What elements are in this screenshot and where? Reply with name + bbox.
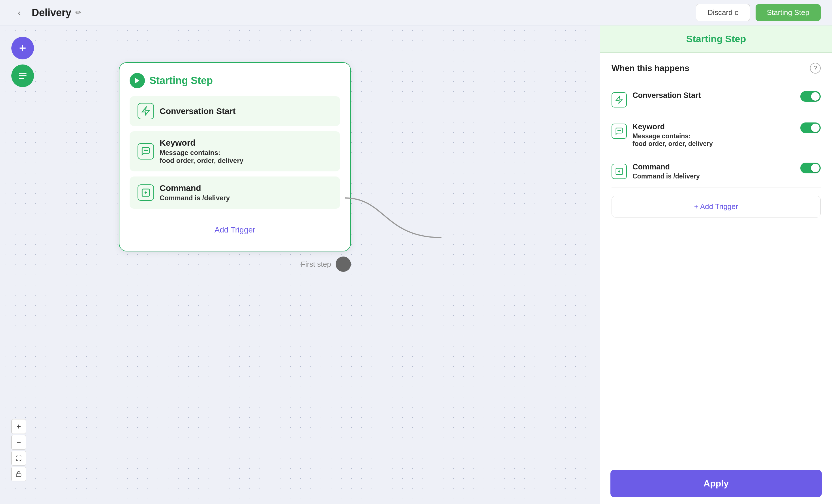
page-title: Delivery (32, 7, 71, 19)
rp-add-trigger-button[interactable]: + Add Trigger (612, 196, 821, 217)
node-card: Starting Step Conversation Start (119, 62, 351, 251)
right-panel-header: Starting Step (600, 25, 832, 53)
rp-trigger-conversation-start: Conversation Start (612, 84, 821, 115)
rp-conv-start-icon (612, 92, 627, 107)
when-this-happens-row: When this happens ? (612, 63, 821, 74)
command-toggle[interactable] (800, 163, 821, 174)
rp-conv-start-content: Conversation Start (632, 91, 795, 100)
add-button[interactable] (11, 37, 34, 59)
trigger-keyword[interactable]: Keyword Message contains: food order, or… (130, 131, 340, 171)
rp-command-title: Command (632, 163, 795, 171)
starting-step-node: Starting Step Conversation Start (119, 62, 351, 272)
header-actions: Discard c Starting Step (696, 4, 821, 21)
conversation-start-text: Conversation Start (160, 106, 235, 116)
keyword-text: Keyword Message contains: food order, or… (160, 138, 243, 165)
main-layout: Starting Step Conversation Start (0, 25, 832, 504)
rp-trigger-keyword: Keyword Message contains: food order, or… (612, 115, 821, 155)
rp-trigger-command: Command Command is /delivery (612, 155, 821, 188)
edit-icon[interactable]: ✏ (75, 8, 81, 17)
svg-point-7 (144, 150, 145, 151)
zoom-out-button[interactable]: − (11, 435, 26, 450)
right-panel: Starting Step When this happens ? Conver… (600, 25, 832, 504)
svg-point-17 (620, 130, 621, 131)
svg-rect-13 (17, 474, 21, 477)
discard-button[interactable]: Discard c (696, 4, 750, 21)
rp-keyword-title: Keyword (632, 123, 795, 131)
conv-start-toggle[interactable] (800, 91, 821, 102)
rp-keyword-content: Keyword Message contains: food order, or… (632, 123, 795, 148)
zoom-controls: + − (11, 419, 26, 481)
right-panel-footer: Apply (600, 463, 832, 504)
rp-command-icon (612, 164, 627, 179)
publish-button[interactable]: Starting Step (756, 4, 821, 21)
command-text: Command Command is /delivery (160, 183, 230, 202)
trigger-conversation-start[interactable]: Conversation Start (130, 96, 340, 126)
rp-command-content: Command Command is /delivery (632, 163, 795, 180)
right-panel-body: When this happens ? Conversation Start (600, 53, 832, 463)
apply-button[interactable]: Apply (610, 470, 822, 497)
app-header: ‹ Delivery ✏ Discard c Starting Step (0, 0, 832, 25)
svg-point-8 (146, 150, 146, 151)
first-step-label: First step (301, 260, 331, 269)
rp-keyword-sub: Message contains: food order, order, del… (632, 132, 795, 148)
canvas-area[interactable]: Starting Step Conversation Start (0, 25, 600, 504)
rp-keyword-icon (612, 124, 627, 139)
svg-point-15 (618, 130, 619, 131)
svg-point-16 (619, 130, 620, 131)
first-step-footer: First step (119, 257, 351, 272)
svg-marker-5 (135, 78, 139, 83)
node-header: Starting Step (130, 73, 340, 88)
trigger-command[interactable]: Command Command is /delivery (130, 177, 340, 209)
command-icon-box (137, 184, 154, 201)
divider (130, 214, 340, 214)
zoom-in-button[interactable]: + (11, 419, 26, 434)
keyword-toggle[interactable] (800, 123, 821, 133)
svg-marker-14 (616, 97, 623, 104)
conversation-start-icon-box (137, 103, 154, 120)
rp-conv-start-title: Conversation Start (632, 91, 795, 100)
add-trigger-button[interactable]: Add Trigger (130, 219, 340, 241)
left-toolbar (11, 37, 34, 87)
when-label: When this happens (612, 63, 690, 73)
play-icon (130, 73, 145, 88)
fit-button[interactable] (11, 451, 26, 466)
svg-point-9 (147, 150, 148, 151)
help-icon[interactable]: ? (810, 63, 821, 74)
back-button[interactable]: ‹ (11, 5, 27, 21)
lock-button[interactable] (11, 467, 26, 481)
node-title: Starting Step (150, 75, 213, 86)
first-step-dot (336, 257, 351, 272)
keyword-icon-box (137, 143, 154, 160)
svg-marker-6 (142, 107, 150, 115)
list-button[interactable] (11, 64, 34, 87)
rp-command-sub: Command is /delivery (632, 173, 795, 180)
